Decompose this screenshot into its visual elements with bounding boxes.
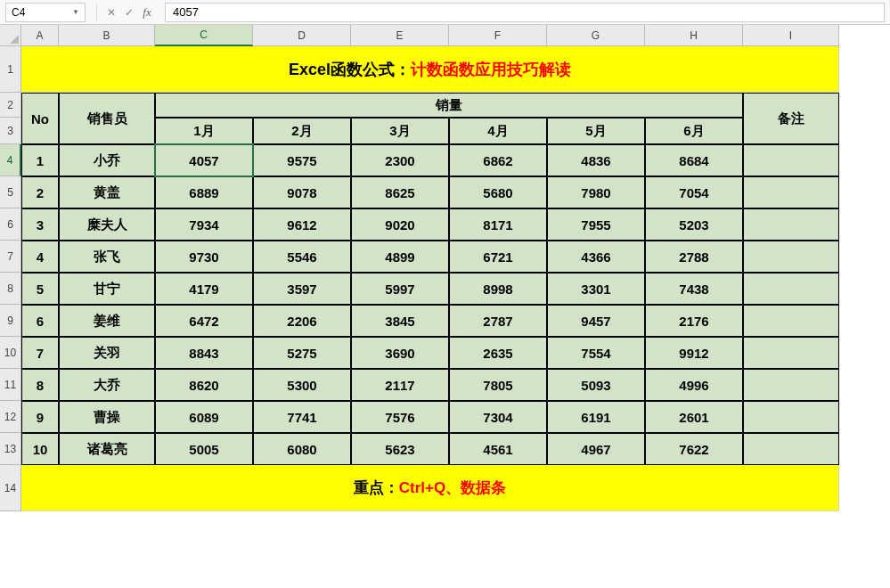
cell-E9[interactable]: 3845 <box>351 305 449 337</box>
cell-remark-2[interactable] <box>743 176 839 208</box>
cell-no-4[interactable]: 4 <box>21 241 59 273</box>
cell-C6[interactable]: 7934 <box>155 208 253 241</box>
cell-D12[interactable]: 7741 <box>253 401 351 433</box>
cell-H4[interactable]: 8684 <box>645 144 743 176</box>
cell-name-4[interactable]: 张飞 <box>59 241 155 273</box>
cell-C10[interactable]: 8843 <box>155 337 253 369</box>
cell-G13[interactable]: 4967 <box>547 433 645 465</box>
cell-E7[interactable]: 4899 <box>351 241 449 273</box>
row-header-3[interactable]: 3 <box>0 118 21 144</box>
cell-C7[interactable]: 9730 <box>155 241 253 273</box>
cell-H10[interactable]: 9912 <box>645 337 743 369</box>
column-header-E[interactable]: E <box>351 25 449 46</box>
cell-no-5[interactable]: 5 <box>21 273 59 305</box>
column-header-H[interactable]: H <box>645 25 743 46</box>
cell-no-8[interactable]: 8 <box>21 369 59 401</box>
cell-no-6[interactable]: 6 <box>21 305 59 337</box>
cell-no-10[interactable]: 10 <box>21 433 59 465</box>
header-month-3[interactable]: 3月 <box>351 118 449 144</box>
cell-G7[interactable]: 4366 <box>547 241 645 273</box>
row-header-6[interactable]: 6 <box>0 208 21 241</box>
column-header-D[interactable]: D <box>253 25 351 46</box>
cell-remark-10[interactable] <box>743 433 839 465</box>
cell-name-9[interactable]: 曹操 <box>59 401 155 433</box>
cell-F10[interactable]: 2635 <box>449 337 547 369</box>
header-month-5[interactable]: 5月 <box>547 118 645 144</box>
cell-H12[interactable]: 2601 <box>645 401 743 433</box>
cell-E11[interactable]: 2117 <box>351 369 449 401</box>
header-seller[interactable]: 销售员 <box>59 93 155 144</box>
column-header-F[interactable]: F <box>449 25 547 46</box>
title-cell[interactable]: Excel函数公式：计数函数应用技巧解读 <box>21 46 839 93</box>
cell-C11[interactable]: 8620 <box>155 369 253 401</box>
cell-D11[interactable]: 5300 <box>253 369 351 401</box>
header-month-2[interactable]: 2月 <box>253 118 351 144</box>
cell-no-9[interactable]: 9 <box>21 401 59 433</box>
cell-H13[interactable]: 7622 <box>645 433 743 465</box>
column-header-I[interactable]: I <box>743 25 839 46</box>
cell-G12[interactable]: 6191 <box>547 401 645 433</box>
confirm-icon[interactable]: ✓ <box>120 4 138 21</box>
cell-E8[interactable]: 5997 <box>351 273 449 305</box>
cell-F4[interactable]: 6862 <box>449 144 547 176</box>
row-header-13[interactable]: 13 <box>0 433 21 465</box>
cell-C12[interactable]: 6089 <box>155 401 253 433</box>
cell-F13[interactable]: 4561 <box>449 433 547 465</box>
select-all-corner[interactable] <box>0 25 21 46</box>
cell-C4[interactable]: 4057 <box>155 144 253 176</box>
cell-H9[interactable]: 2176 <box>645 305 743 337</box>
cell-H5[interactable]: 7054 <box>645 176 743 208</box>
cell-E10[interactable]: 3690 <box>351 337 449 369</box>
cell-H11[interactable]: 4996 <box>645 369 743 401</box>
cell-D4[interactable]: 9575 <box>253 144 351 176</box>
cell-D9[interactable]: 2206 <box>253 305 351 337</box>
row-header-1[interactable]: 1 <box>0 46 21 93</box>
cell-name-1[interactable]: 小乔 <box>59 144 155 176</box>
row-header-11[interactable]: 11 <box>0 369 21 401</box>
cell-name-8[interactable]: 大乔 <box>59 369 155 401</box>
cell-D13[interactable]: 6080 <box>253 433 351 465</box>
cell-E5[interactable]: 8625 <box>351 176 449 208</box>
cell-G10[interactable]: 7554 <box>547 337 645 369</box>
cell-name-5[interactable]: 甘宁 <box>59 273 155 305</box>
header-month-4[interactable]: 4月 <box>449 118 547 144</box>
cell-C8[interactable]: 4179 <box>155 273 253 305</box>
cell-F5[interactable]: 5680 <box>449 176 547 208</box>
row-header-9[interactable]: 9 <box>0 305 21 337</box>
row-header-12[interactable]: 12 <box>0 401 21 433</box>
cell-D5[interactable]: 9078 <box>253 176 351 208</box>
cell-no-3[interactable]: 3 <box>21 208 59 241</box>
cell-C13[interactable]: 5005 <box>155 433 253 465</box>
cell-name-6[interactable]: 姜维 <box>59 305 155 337</box>
cell-G4[interactable]: 4836 <box>547 144 645 176</box>
header-sales[interactable]: 销量 <box>155 93 743 118</box>
cell-F12[interactable]: 7304 <box>449 401 547 433</box>
cell-remark-6[interactable] <box>743 305 839 337</box>
fx-icon[interactable]: fx <box>138 4 156 21</box>
cell-name-10[interactable]: 诸葛亮 <box>59 433 155 465</box>
cell-name-2[interactable]: 黄盖 <box>59 176 155 208</box>
cell-D10[interactable]: 5275 <box>253 337 351 369</box>
cell-F9[interactable]: 2787 <box>449 305 547 337</box>
column-header-A[interactable]: A <box>21 25 59 46</box>
cell-name-3[interactable]: 糜夫人 <box>59 208 155 241</box>
cell-G5[interactable]: 7980 <box>547 176 645 208</box>
row-header-2[interactable]: 2 <box>0 93 21 118</box>
cell-remark-8[interactable] <box>743 369 839 401</box>
header-month-6[interactable]: 6月 <box>645 118 743 144</box>
cell-F7[interactable]: 6721 <box>449 241 547 273</box>
cell-G11[interactable]: 5093 <box>547 369 645 401</box>
header-no[interactable]: No <box>21 93 59 144</box>
cell-D6[interactable]: 9612 <box>253 208 351 241</box>
cell-F6[interactable]: 8171 <box>449 208 547 241</box>
cell-G6[interactable]: 7955 <box>547 208 645 241</box>
cell-F11[interactable]: 7805 <box>449 369 547 401</box>
cell-remark-1[interactable] <box>743 144 839 176</box>
cell-D8[interactable]: 3597 <box>253 273 351 305</box>
cell-E4[interactable]: 2300 <box>351 144 449 176</box>
header-remark[interactable]: 备注 <box>743 93 839 144</box>
cell-no-7[interactable]: 7 <box>21 337 59 369</box>
cell-no-1[interactable]: 1 <box>21 144 59 176</box>
cell-remark-7[interactable] <box>743 337 839 369</box>
cell-remark-3[interactable] <box>743 208 839 241</box>
